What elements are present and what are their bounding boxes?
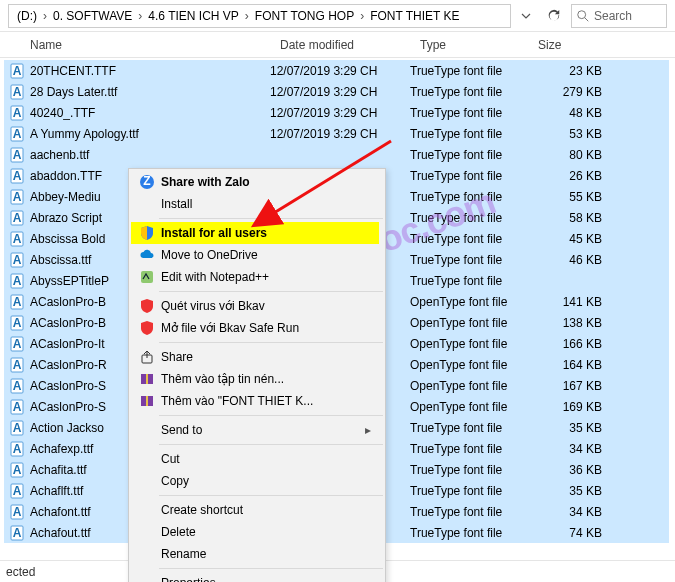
ctx-cut[interactable]: Cut [131,448,379,470]
chevron-right-icon: ▸ [365,423,371,437]
separator [159,568,383,569]
file-size: 46 KB [528,253,602,267]
search-icon [576,9,590,23]
file-date: 12/07/2019 3:29 CH [270,106,410,120]
file-type: TrueType font file [410,442,528,456]
font-file-icon: A [8,525,26,541]
file-type: TrueType font file [410,85,528,99]
ctx-send-to[interactable]: Send to ▸ [131,419,379,441]
file-size: 34 KB [528,442,602,456]
crumb-tienich[interactable]: 4.6 TIEN ICH VP [146,9,240,23]
file-size: 58 KB [528,211,602,225]
svg-text:A: A [13,169,22,183]
search-placeholder: Search [594,9,632,23]
ctx-share[interactable]: Share [131,346,379,368]
svg-line-1 [585,17,589,21]
chevron-right-icon: › [134,9,146,23]
font-file-icon: A [8,315,26,331]
refresh-button[interactable] [541,4,567,28]
file-size: 167 KB [528,379,602,393]
file-type: OpenType font file [410,316,528,330]
crumb-d[interactable]: (D:) [15,9,39,23]
crumb-softwave[interactable]: 0. SOFTWAVE [51,9,134,23]
crumb-fontthietke[interactable]: FONT THIET KE [368,9,461,23]
svg-text:A: A [13,274,22,288]
column-type[interactable]: Type [410,38,528,52]
bkav-icon [135,298,159,314]
file-type: TrueType font file [410,421,528,435]
svg-rect-55 [146,396,148,406]
file-size: 141 KB [528,295,602,309]
file-date: 12/07/2019 3:29 CH [270,85,410,99]
svg-text:A: A [13,211,22,225]
bkav-icon [135,320,159,336]
separator [159,218,383,219]
file-size: 138 KB [528,316,602,330]
file-size: 34 KB [528,505,602,519]
file-type: TrueType font file [410,274,528,288]
file-type: OpenType font file [410,358,528,372]
ctx-edit-notepadpp[interactable]: Edit with Notepad++ [131,266,379,288]
ctx-install-all-users[interactable]: Install for all users [131,222,379,244]
svg-text:A: A [13,400,22,414]
chevron-right-icon: › [356,9,368,23]
font-file-icon: A [8,84,26,100]
font-file-icon: A [8,168,26,184]
svg-text:A: A [13,358,22,372]
separator [159,342,383,343]
column-name[interactable]: Name [4,38,270,52]
font-file-icon: A [8,252,26,268]
font-file-icon: A [8,420,26,436]
file-row[interactable]: Aaachenb.ttfTrueType font file80 KB [4,144,669,165]
ctx-create-shortcut[interactable]: Create shortcut [131,499,379,521]
font-file-icon: A [8,189,26,205]
ctx-rename[interactable]: Rename [131,543,379,565]
ctx-share-zalo[interactable]: Z Share with Zalo [131,171,379,193]
svg-text:A: A [13,127,22,141]
ctx-them-vao-font[interactable]: Thêm vào "FONT THIET K... [131,390,379,412]
search-input[interactable]: Search [571,4,667,28]
file-row[interactable]: A40240_.TTF12/07/2019 3:29 CHTrueType fo… [4,102,669,123]
ctx-properties[interactable]: Properties [131,572,379,582]
file-size: 166 KB [528,337,602,351]
ctx-delete[interactable]: Delete [131,521,379,543]
ctx-quet-bkav[interactable]: Quét virus với Bkav [131,295,379,317]
ctx-copy[interactable]: Copy [131,470,379,492]
svg-text:A: A [13,505,22,519]
address-dropdown-button[interactable] [515,11,537,21]
file-row[interactable]: A28 Days Later.ttf12/07/2019 3:29 CHTrue… [4,81,669,102]
font-file-icon: A [8,357,26,373]
ctx-move-onedrive[interactable]: Move to OneDrive [131,244,379,266]
file-size: 23 KB [528,64,602,78]
font-file-icon: A [8,210,26,226]
svg-text:A: A [13,295,22,309]
file-date: 12/07/2019 3:29 CH [270,127,410,141]
svg-rect-50 [141,271,153,283]
file-type: TrueType font file [410,64,528,78]
cloud-icon [135,247,159,263]
file-type: OpenType font file [410,400,528,414]
svg-text:A: A [13,190,22,204]
file-size: 74 KB [528,526,602,540]
shield-icon [135,225,159,241]
file-size: 53 KB [528,127,602,141]
svg-point-0 [578,10,586,18]
zalo-icon: Z [135,174,159,190]
svg-text:A: A [13,64,22,78]
file-name: 20THCENT.TTF [26,64,270,78]
file-size: 35 KB [528,421,602,435]
ctx-mo-bkav[interactable]: Mở file với Bkav Safe Run [131,317,379,339]
column-size[interactable]: Size [528,38,608,52]
ctx-install[interactable]: Install [131,193,379,215]
file-row[interactable]: AA Yummy Apology.ttf12/07/2019 3:29 CHTr… [4,123,669,144]
crumb-fonttonghop[interactable]: FONT TONG HOP [253,9,356,23]
file-type: OpenType font file [410,379,528,393]
font-file-icon: A [8,126,26,142]
file-row[interactable]: A20THCENT.TTF12/07/2019 3:29 CHTrueType … [4,60,669,81]
font-file-icon: A [8,273,26,289]
column-date[interactable]: Date modified [270,38,410,52]
ctx-them-vao-nen[interactable]: Thêm vào tập tin nén... [131,368,379,390]
svg-text:A: A [13,148,22,162]
breadcrumb[interactable]: (D:)› 0. SOFTWAVE› 4.6 TIEN ICH VP› FONT… [8,4,511,28]
font-file-icon: A [8,504,26,520]
